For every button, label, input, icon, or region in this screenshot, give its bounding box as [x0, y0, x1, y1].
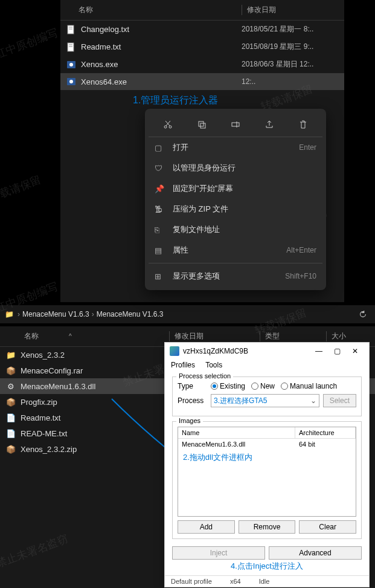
text-file-icon: 📄 [6, 428, 16, 438]
file-name: MenaceMenu1.6.3.dll [21, 382, 95, 391]
file-name: Xenos64.exe [81, 77, 242, 86]
file-row[interactable]: Changelog.txt 2018/05/21 星期一 8:.. [60, 21, 344, 38]
menu-profiles[interactable]: Profiles [171, 361, 195, 369]
image-row[interactable]: MenaceMenu1.6.3.dll 64 bit [178, 439, 356, 450]
radio-label: Manual launch [290, 382, 337, 390]
radio-icon [281, 383, 288, 390]
properties-icon: ▤ [155, 246, 167, 255]
column-date-header[interactable]: 修改日期 [242, 5, 338, 15]
file-name: MenaceConfig.rar [21, 366, 83, 375]
more-icon: ⊞ [155, 272, 167, 281]
ctx-run-as-admin[interactable]: 🛡 以管理员身份运行 [149, 158, 322, 178]
remove-button[interactable]: Remove [239, 520, 296, 534]
radio-label: Existing [220, 382, 245, 390]
ctx-pin-to-start[interactable]: 📌 固定到"开始"屏幕 [149, 178, 322, 199]
file-row-selected[interactable]: Xenos64.exe 12:.. [60, 73, 344, 90]
pin-icon: 📌 [155, 184, 167, 193]
file-name: READ-ME.txt [21, 429, 67, 438]
breadcrumb-bar: 📁 › MenaceMenu V1.6.3 › MenaceMenu V1.6.… [0, 305, 375, 323]
image-name: MenaceMenu1.6.3.dll [178, 440, 295, 448]
image-buttons: Add Remove Clear [178, 520, 356, 534]
exe-file-icon [66, 77, 76, 86]
ctx-properties[interactable]: ▤ 属性 Alt+Enter [149, 240, 322, 260]
process-combobox[interactable]: 3.进程选择GTA5 ⌄ [211, 394, 319, 407]
file-row[interactable]: Readme.txt 2015/08/19 星期三 9:.. [60, 38, 344, 56]
refresh-button[interactable] [356, 307, 370, 321]
inject-buttons: Inject Advanced [172, 546, 362, 560]
copy-icon[interactable] [193, 116, 210, 133]
radio-existing[interactable]: Existing [211, 382, 245, 390]
maximize-button[interactable]: ▢ [328, 345, 346, 357]
file-date: 2015/08/19 星期三 9:.. [242, 42, 338, 52]
titlebar[interactable]: vzHxs1qZdKMdC9B — ▢ ✕ [165, 343, 369, 360]
rename-icon[interactable] [227, 116, 244, 133]
radio-icon [251, 383, 258, 390]
menubar: Profiles Tools [165, 360, 369, 373]
breadcrumb-part[interactable]: MenaceMenu V1.6.3 [22, 310, 89, 318]
column-name-header[interactable]: 名称^ [6, 331, 169, 341]
chevron-right-icon: › [18, 310, 20, 318]
menu-shortcut: Shift+F10 [285, 272, 316, 280]
radio-new[interactable]: New [251, 382, 275, 390]
column-size-header[interactable]: 大小 [326, 331, 369, 341]
share-icon[interactable] [261, 116, 278, 133]
svg-point-7 [69, 63, 73, 66]
radio-manual[interactable]: Manual launch [281, 382, 337, 390]
inject-button[interactable]: Inject [172, 546, 265, 560]
watermark-text: 转载请保留 [0, 172, 43, 204]
breadcrumb-part[interactable]: MenaceMenu V1.6.3 [97, 310, 164, 318]
cut-icon[interactable] [159, 116, 176, 133]
exe-file-icon [66, 60, 76, 69]
status-profile: Default profile [171, 578, 212, 585]
column-name-header[interactable]: 名称 [66, 5, 242, 15]
ctx-open[interactable]: ▢ 打开 Enter [149, 137, 322, 158]
file-name: Xenos_2.3.2.zip [21, 445, 77, 454]
advanced-button[interactable]: Advanced [269, 546, 362, 560]
column-arch[interactable]: Architecture [295, 427, 356, 438]
select-process-button[interactable]: Select [323, 394, 356, 407]
ctx-compress-zip[interactable]: 🗜 压缩为 ZIP 文件 [149, 199, 322, 219]
chevron-down-icon: ⌄ [310, 396, 316, 405]
sort-indicator-icon: ^ [69, 333, 72, 340]
ctx-show-more[interactable]: ⊞ 显示更多选项 Shift+F10 [149, 266, 322, 286]
menu-shortcut: Alt+Enter [286, 246, 316, 254]
images-listbox[interactable]: Name Architecture MenaceMenu1.6.3.dll 64… [178, 427, 356, 517]
menu-label: 显示更多选项 [173, 271, 285, 282]
add-button[interactable]: Add [178, 520, 235, 534]
process-label: Process [178, 396, 211, 405]
file-list-header: 名称 修改日期 [60, 0, 344, 21]
context-menu: ▢ 打开 Enter 🛡 以管理员身份运行 📌 固定到"开始"屏幕 🗜 压缩为 … [145, 109, 326, 290]
injector-dialog: vzHxs1qZdKMdC9B — ▢ ✕ Profiles Tools Pro… [164, 342, 370, 587]
column-name[interactable]: Name [178, 427, 295, 438]
menu-tools[interactable]: Tools [205, 361, 222, 369]
close-button[interactable]: ✕ [346, 345, 364, 357]
type-label: Type [178, 382, 211, 390]
svg-rect-3 [68, 43, 74, 51]
type-radio-group: Existing New Manual launch [211, 382, 356, 390]
text-file-icon [66, 42, 76, 52]
combo-value: 3.进程选择GTA5 [214, 396, 310, 406]
archive-icon: 📦 [6, 444, 16, 454]
file-date: 2018/05/21 星期一 8:.. [242, 24, 338, 34]
fieldset-legend: Process selection [176, 372, 233, 380]
minimize-button[interactable]: — [310, 345, 328, 357]
archive-icon: 📦 [6, 366, 16, 375]
clear-button[interactable]: Clear [299, 520, 356, 534]
file-row[interactable]: Xenos.exe 2018/06/3 星期日 12:.. [60, 56, 344, 73]
folder-icon: 📁 [6, 350, 16, 360]
column-type-header[interactable]: 类型 [260, 331, 326, 341]
text-file-icon: 📄 [6, 413, 16, 422]
chevron-right-icon: › [92, 310, 94, 318]
window-title: vzHxs1qZdKMdC9B [183, 347, 310, 355]
column-date-header[interactable]: 修改日期 [169, 331, 260, 341]
menu-label: 以管理员身份运行 [173, 163, 316, 173]
radio-label: New [260, 382, 275, 390]
admin-icon: 🛡 [155, 164, 167, 173]
ctx-copy-path[interactable]: ⎘ 复制文件地址 [149, 219, 322, 240]
svg-rect-14 [232, 123, 239, 126]
status-state: Idle [259, 578, 270, 585]
dll-file-icon: ⚙ [6, 381, 16, 391]
svg-point-11 [169, 126, 171, 128]
images-group: Images Name Architecture MenaceMenu1.6.3… [172, 421, 362, 539]
delete-icon[interactable] [295, 116, 312, 133]
